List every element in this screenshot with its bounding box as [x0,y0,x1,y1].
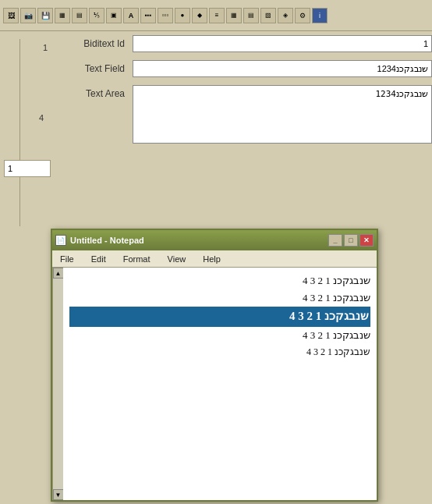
ruler-mark-1: 1 [43,43,48,52]
toolbar-icon15[interactable]: ▤ [243,8,259,23]
menu-format[interactable]: Format [119,253,155,265]
main-panel: 🖼 📷 💾 ▦ ▤ ⅕ ▣ A ▪▪▪ ▫▫▫ ● ◆ ≡ ▦ ▤ ▧ ◈ ⚙ … [0,0,432,226]
notepad-window: 📄 Untitled - Notepad _ □ ✕ File Edit For… [51,229,378,502]
menu-help[interactable]: Help [198,253,225,265]
toolbar-icon11[interactable]: ● [175,8,190,23]
minimize-button[interactable]: _ [328,234,342,247]
toolbar-align-left-icon[interactable]: ≡ [209,8,225,23]
text-area-input[interactable]: שנבגקכנ1234 [133,85,432,144]
text-line-5: שנבגקכנ 1 2 3 4 [69,344,370,360]
text-area-row: Text Area שנבגקכנ1234 [70,85,432,144]
toolbar-icon10[interactable]: ▫▫▫ [158,8,173,23]
notepad-content: ▲ ▼ שנבגקכנ 1 2 3 4 שנבגקכנ 1 2 3 4 שנבג… [52,268,377,500]
toolbar-icon6[interactable]: ⅕ [89,8,104,23]
text-line-2: שנבגקכנ 1 2 3 4 [69,289,370,307]
notepad-menubar: File Edit Format View Help [52,250,377,268]
notepad-title: Untitled - Notepad [70,236,144,245]
text-field-input[interactable] [133,60,432,77]
menu-view[interactable]: View [163,253,191,265]
biditext-id-label: Biditext Id [70,38,133,49]
left-input-field[interactable] [4,160,51,177]
menu-edit[interactable]: Edit [87,253,111,265]
toolbar-img1-icon[interactable]: 🖼 [3,8,19,23]
toolbar-icon14[interactable]: ▦ [226,8,242,23]
toolbar-bold-icon[interactable]: A [123,8,139,23]
ruler-column: 1 4 [0,35,70,226]
notepad-text[interactable]: שנבגקכנ 1 2 3 4 שנבגקכנ 1 2 3 4 שנבגקכנ … [63,268,377,500]
text-line-3-selected: שנבגקכנ 1 2 3 4 [69,307,370,327]
toolbar-icon17[interactable]: ◈ [278,8,293,23]
menu-file[interactable]: File [55,253,79,265]
maximize-button[interactable]: □ [344,234,358,247]
ruler-mark-4: 4 [39,113,44,122]
toolbar-icon5[interactable]: ▤ [72,8,87,23]
biditext-id-row: Biditext Id [70,35,432,52]
toolbar-settings-icon[interactable]: ⚙ [295,8,310,23]
content-wrapper: 1 4 Biditext Id Text Field Text Area שנב… [0,35,432,226]
notepad-scrollbar[interactable]: ▲ ▼ [52,268,63,500]
toolbar-icon12[interactable]: ◆ [192,8,207,23]
toolbar: 🖼 📷 💾 ▦ ▤ ⅕ ▣ A ▪▪▪ ▫▫▫ ● ◆ ≡ ▦ ▤ ▧ ◈ ⚙ … [0,0,432,31]
text-field-label: Text Field [70,63,133,74]
toolbar-last-icon[interactable]: i [312,8,328,23]
scroll-up-arrow[interactable]: ▲ [53,268,64,279]
toolbar-icon16[interactable]: ▧ [260,8,276,23]
text-line-1: שנבגקכנ 1 2 3 4 [69,272,370,289]
text-field-row: Text Field [70,60,432,77]
toolbar-icon9[interactable]: ▪▪▪ [140,8,156,23]
toolbar-img2-icon[interactable]: 📷 [20,8,36,23]
text-line-4: שנבגקכנ 1 2 3 4 [69,327,370,344]
toolbar-save-icon[interactable]: 💾 [37,8,53,23]
scroll-down-arrow[interactable]: ▼ [53,489,64,500]
toolbar-icon7[interactable]: ▣ [106,8,122,23]
notepad-title-left: 📄 Untitled - Notepad [55,235,144,246]
form-area: Biditext Id Text Field Text Area שנבגקכנ… [70,35,432,226]
notepad-controls: _ □ ✕ [328,234,374,247]
close-button[interactable]: ✕ [359,234,374,247]
text-area-label: Text Area [70,85,133,99]
toolbar-icon4[interactable]: ▦ [55,8,70,23]
notepad-app-icon: 📄 [55,235,66,246]
notepad-titlebar: 📄 Untitled - Notepad _ □ ✕ [52,230,377,250]
biditext-id-input[interactable] [133,35,432,52]
